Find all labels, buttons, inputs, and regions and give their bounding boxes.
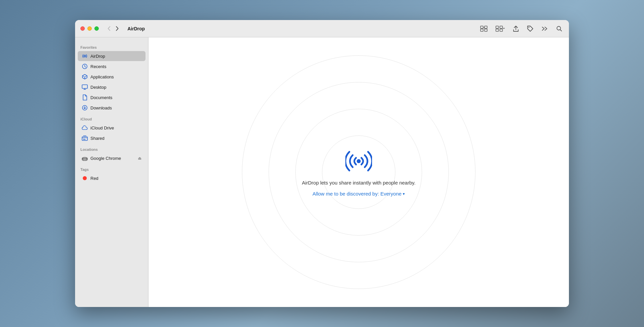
svg-rect-7	[500, 29, 503, 31]
forward-button[interactable]	[114, 25, 121, 32]
chevron-double-right-icon	[542, 26, 548, 31]
documents-label: Documents	[90, 95, 112, 100]
content-area: Favorites AirDrop	[75, 37, 569, 307]
shared-icon	[82, 135, 88, 141]
icloud-drive-label: iCloud Drive	[90, 125, 114, 130]
finder-window: AirDrop	[75, 20, 569, 307]
window-title: AirDrop	[127, 26, 145, 31]
close-button[interactable]	[80, 26, 85, 31]
chevron-right-icon	[116, 26, 119, 31]
sidebar-item-shared[interactable]: Shared	[78, 133, 145, 143]
svg-rect-15	[82, 137, 87, 140]
chevron-left-icon	[107, 26, 110, 31]
discovery-text: Allow me to be discovered by: Everyone	[313, 191, 402, 197]
google-chrome-icon	[82, 155, 88, 161]
tags-header: Tags	[75, 164, 148, 173]
applications-icon	[82, 74, 88, 80]
sidebar: Favorites AirDrop	[75, 37, 148, 307]
share-icon	[513, 25, 519, 32]
eject-button[interactable]: ⏏	[138, 156, 141, 160]
airdrop-main-icon	[345, 148, 372, 175]
traffic-lights	[80, 26, 99, 31]
search-button[interactable]	[555, 24, 564, 33]
view-grid-button[interactable]	[479, 24, 489, 33]
shared-label: Shared	[90, 136, 104, 141]
downloads-icon	[82, 105, 88, 111]
svg-point-11	[84, 56, 85, 56]
sidebar-item-applications[interactable]: Applications	[78, 72, 145, 82]
icloud-drive-icon	[82, 125, 88, 131]
discovery-link[interactable]: Allow me to be discovered by: Everyone ▾	[313, 191, 405, 197]
airdrop-description: AirDrop lets you share instantly with pe…	[302, 180, 416, 186]
sidebar-item-airdrop[interactable]: AirDrop	[78, 51, 145, 61]
airdrop-label: AirDrop	[90, 54, 105, 59]
svg-rect-13	[82, 85, 87, 88]
desktop-label: Desktop	[90, 85, 106, 90]
svg-rect-5	[500, 26, 503, 28]
sidebar-item-documents[interactable]: Documents	[78, 92, 145, 102]
main-content: AirDrop lets you share instantly with pe…	[148, 37, 569, 307]
grid-icon	[480, 26, 488, 32]
sidebar-item-downloads[interactable]: Downloads	[78, 103, 145, 113]
sidebar-item-desktop[interactable]: Desktop	[78, 82, 145, 92]
sidebar-item-tag-red[interactable]: Red	[78, 173, 145, 183]
svg-rect-6	[496, 29, 499, 31]
svg-rect-3	[485, 29, 487, 31]
airdrop-sidebar-icon	[82, 53, 88, 59]
svg-rect-1	[485, 26, 487, 28]
view-options-icon	[496, 26, 505, 32]
red-tag-icon	[82, 175, 88, 181]
toolbar: AirDrop	[75, 20, 569, 37]
view-options-button[interactable]	[494, 24, 506, 33]
toolbar-actions	[479, 24, 564, 33]
minimize-button[interactable]	[87, 26, 92, 31]
desktop-icon	[82, 84, 88, 90]
search-icon	[556, 26, 562, 32]
recents-icon	[82, 63, 88, 69]
red-tag-label: Red	[90, 176, 98, 181]
svg-rect-4	[496, 26, 499, 28]
tag-icon	[527, 25, 534, 32]
nav-buttons	[105, 25, 121, 32]
google-chrome-label: Google Chrome	[90, 156, 121, 161]
chevron-down-icon: ▾	[403, 192, 405, 196]
favorites-header: Favorites	[75, 41, 148, 51]
svg-rect-2	[480, 29, 483, 31]
locations-header: Locations	[75, 143, 148, 153]
share-button[interactable]	[512, 24, 520, 33]
svg-point-8	[529, 27, 530, 28]
downloads-label: Downloads	[90, 105, 112, 110]
documents-icon	[82, 94, 88, 100]
svg-point-9	[557, 26, 561, 30]
maximize-button[interactable]	[94, 26, 99, 31]
icloud-header: iCloud	[75, 113, 148, 122]
recents-label: Recents	[90, 64, 106, 69]
tag-button[interactable]	[526, 24, 535, 33]
applications-label: Applications	[90, 74, 114, 79]
svg-rect-0	[480, 26, 483, 28]
more-button[interactable]	[540, 25, 550, 32]
sidebar-item-recents[interactable]: Recents	[78, 61, 145, 71]
sidebar-item-icloud-drive[interactable]: iCloud Drive	[78, 123, 145, 133]
back-button[interactable]	[105, 25, 112, 32]
airdrop-center: AirDrop lets you share instantly with pe…	[302, 148, 416, 197]
svg-point-18	[357, 159, 361, 163]
sidebar-item-google-chrome[interactable]: Google Chrome ⏏	[78, 153, 145, 163]
